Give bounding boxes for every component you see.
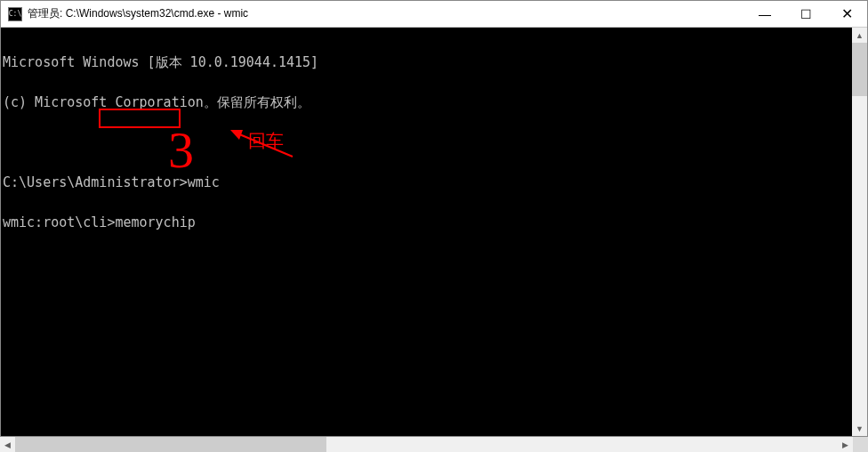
scrollbar-thumb[interactable] (15, 437, 326, 452)
terminal-line: C:\Users\Administrator>wmic (3, 176, 867, 190)
minimize-button[interactable]: — (744, 1, 785, 27)
annotation-highlight-box (99, 109, 181, 128)
window-title: 管理员: C:\Windows\system32\cmd.exe - wmic (28, 6, 744, 21)
vertical-scrollbar[interactable]: ▲ ▼ (852, 28, 867, 436)
close-button[interactable]: ✕ (826, 1, 867, 27)
window-controls: — ☐ ✕ (744, 1, 867, 27)
app-icon: C:\ (8, 7, 22, 21)
terminal-body[interactable]: Microsoft Windows [版本 10.0.19044.1415] (… (1, 28, 867, 436)
scrollbar-track[interactable] (15, 437, 838, 452)
terminal-line: Microsoft Windows [版本 10.0.19044.1415] (3, 56, 867, 69)
scroll-left-icon[interactable]: ◀ (0, 437, 15, 452)
terminal-line (3, 136, 867, 149)
titlebar[interactable]: C:\ 管理员: C:\Windows\system32\cmd.exe - w… (1, 1, 867, 28)
scrollbar-corner (853, 437, 868, 452)
scroll-right-icon[interactable]: ▶ (838, 437, 853, 452)
maximize-button[interactable]: ☐ (785, 1, 826, 27)
cmd-window: C:\ 管理员: C:\Windows\system32\cmd.exe - w… (0, 0, 868, 437)
terminal-line: (c) Microsoft Corporation。保留所有权利。 (3, 96, 867, 109)
horizontal-scrollbar[interactable]: ◀ ▶ (0, 437, 868, 452)
terminal-line: wmic:root\cli>memorychip (3, 216, 867, 230)
annotation-arrow-icon (182, 117, 301, 182)
scrollbar-thumb[interactable] (852, 43, 867, 96)
scroll-down-icon[interactable]: ▼ (852, 421, 867, 436)
scroll-up-icon[interactable]: ▲ (852, 28, 867, 43)
